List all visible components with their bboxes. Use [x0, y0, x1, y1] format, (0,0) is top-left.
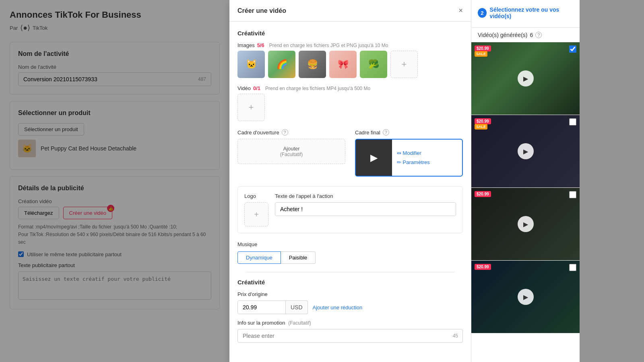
creativite-label: Créativité	[237, 30, 463, 37]
create-video-modal: Créer une vidéo × Créativité Images 5/6 …	[229, 0, 471, 362]
video-thumbnail-3[interactable]: $20.99 ▶	[471, 188, 580, 260]
price-tag-4: $20.99	[475, 264, 491, 270]
opening-frame-add[interactable]: Ajouter (Facultatif)	[237, 139, 345, 164]
images-info: Prend en charge les fichiers JPG et PNG …	[269, 43, 388, 48]
video-select-2[interactable]	[569, 118, 576, 125]
play-button-3[interactable]: ▶	[518, 216, 534, 232]
videos-generated-count: 6	[530, 32, 533, 38]
step-number-badge: 2	[478, 8, 487, 18]
video-list: $20.99 SALE ▶ $20.99 SALE ▶ $20.99	[471, 42, 580, 333]
logo-add-button[interactable]: +	[244, 202, 268, 226]
modal-close-button[interactable]: ×	[458, 6, 463, 15]
price-row: Prix d'origine USD Ajouter une réduction	[237, 291, 463, 314]
price-input[interactable]	[237, 300, 286, 314]
add-reduction-link[interactable]: Ajouter une réduction	[313, 304, 363, 311]
parametres-button[interactable]: ✏ Paramètres	[397, 159, 457, 165]
opening-frame-optional-label: (Facultatif)	[244, 152, 339, 157]
music-tab-dynamique[interactable]: Dynamique	[237, 251, 281, 264]
video-thumbnail-2[interactable]: $20.99 SALE ▶	[471, 115, 580, 187]
opening-frame-box: Cadre d'ouverture ? Ajouter (Facultatif)	[237, 129, 345, 164]
video-select-1[interactable]	[569, 45, 576, 53]
video-select-3[interactable]	[569, 191, 576, 198]
logo-cta-section: Logo + Texte de l'appel à l'action	[237, 186, 463, 233]
image-thumb-4[interactable]: 🎀	[329, 51, 357, 78]
image-thumb-3[interactable]: 🍔	[299, 51, 326, 78]
price-label: Prix d'origine	[237, 291, 463, 297]
price-currency: USD	[286, 300, 308, 314]
promo-optional-label: (Facultatif)	[288, 320, 311, 326]
cta-label: Texte de l'appel à l'action	[275, 193, 456, 199]
play-button-2[interactable]: ▶	[518, 143, 534, 159]
video-select-4[interactable]	[569, 264, 576, 271]
divider	[246, 272, 455, 272]
video-item: $20.99 ▶	[471, 188, 580, 261]
video-count: 0/1	[253, 85, 260, 91]
video-label: Vidéo	[237, 85, 251, 91]
final-frame-box: Cadre final ? ▶ ⇔ Modifier ✏ Paramètres	[355, 129, 463, 177]
modal-title: Créer une vidéo	[237, 7, 286, 14]
music-tab-paisible[interactable]: Paisible	[281, 251, 316, 264]
frames-row: Cadre d'ouverture ? Ajouter (Facultatif)…	[237, 129, 463, 177]
video-thumbnail-1[interactable]: $20.99 SALE ▶	[471, 42, 580, 115]
logo-label: Logo	[244, 193, 268, 199]
videos-generated-row: Vidéo(s) générée(s) 6 ?	[471, 28, 580, 42]
cta-input[interactable]	[275, 202, 456, 216]
videos-generated-label: Vidéo(s) générée(s)	[478, 32, 527, 38]
image-thumb-1[interactable]: 🐱	[237, 51, 265, 78]
play-button-1[interactable]: ▶	[518, 70, 534, 86]
promo-label: Info sur la promotion	[237, 320, 285, 326]
video-item: $20.99 ▶	[471, 261, 580, 333]
sale-tag-1: SALE	[475, 51, 487, 57]
play-icon[interactable]: ▶	[370, 152, 378, 163]
images-label: Images	[237, 42, 255, 48]
image-thumb-add[interactable]: +	[390, 51, 418, 78]
opening-frame-label: Cadre d'ouverture	[237, 130, 279, 136]
video-thumbnail-4[interactable]: $20.99 ▶	[471, 261, 580, 333]
image-thumb-5[interactable]: 🥦	[360, 51, 387, 78]
play-button-4[interactable]: ▶	[518, 289, 534, 305]
creativite2-label: Créativité	[237, 279, 463, 286]
opening-frame-add-label: Ajouter	[244, 146, 339, 152]
video-info: Prend en charge les fichiers MP4 jusqu'à…	[265, 86, 370, 91]
creativite2-section: Créativité Prix d'origine USD Ajouter un…	[237, 279, 463, 343]
logo-box: Logo +	[244, 193, 268, 226]
image-thumb-2[interactable]: 🌈	[268, 51, 295, 78]
video-item: $20.99 SALE ▶	[471, 42, 580, 115]
videos-help-icon[interactable]: ?	[535, 32, 542, 38]
right-panel: 2 Sélectionnez votre ou vos vidéo(s) Vid…	[471, 0, 580, 362]
final-frame-preview: ▶	[356, 140, 392, 176]
cta-box: Texte de l'appel à l'action	[275, 193, 456, 216]
final-frame-help-icon[interactable]: ?	[383, 129, 389, 136]
final-frame-label: Cadre final	[355, 130, 380, 136]
thumbnails-row: 🐱 🌈 🍔 🎀 🥦 +	[237, 51, 463, 78]
video-item: $20.99 SALE ▶	[471, 115, 580, 188]
promo-input[interactable]	[237, 329, 463, 343]
promo-info-row: Info sur la promotion (Facultatif) 45	[237, 320, 463, 343]
price-tag-1: $20.99	[475, 45, 491, 51]
modify-button[interactable]: ⇔ Modifier	[397, 150, 457, 156]
images-count: 5/6	[257, 42, 264, 48]
music-label: Musique	[237, 241, 463, 247]
video-add-box[interactable]: +	[237, 94, 265, 121]
final-frame-active: ▶ ⇔ Modifier ✏ Paramètres	[355, 139, 463, 177]
step-title: Sélectionnez votre ou vos vidéo(s)	[490, 6, 573, 19]
price-tag-2: $20.99	[475, 118, 491, 124]
sale-tag-2: SALE	[475, 124, 487, 130]
opening-frame-help-icon[interactable]: ?	[282, 129, 288, 136]
promo-char-count: 45	[453, 333, 458, 339]
music-tabs: Dynamique Paisible	[237, 251, 463, 264]
music-section: Musique Dynamique Paisible	[237, 241, 463, 264]
price-tag-3: $20.99	[475, 191, 491, 197]
